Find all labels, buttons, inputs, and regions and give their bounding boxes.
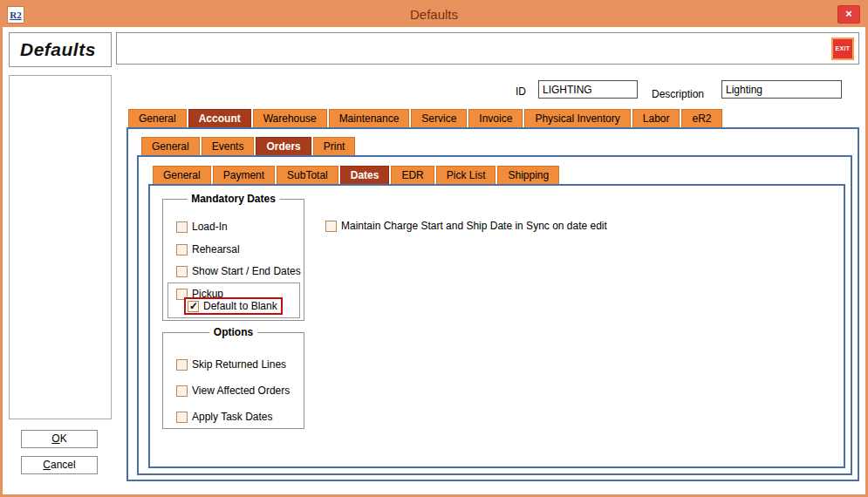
tab-warehouse[interactable]: Warehouse bbox=[253, 109, 327, 127]
tab-payment[interactable]: Payment bbox=[213, 166, 275, 184]
tabs-level1: General Account Warehouse Maintenance Se… bbox=[128, 109, 722, 127]
apply-task-checkbox[interactable] bbox=[176, 412, 188, 423]
id-label: ID bbox=[516, 83, 526, 101]
tab-general[interactable]: General bbox=[128, 109, 187, 127]
checkbox-row-show-start-end[interactable]: Show Start / End Dates bbox=[176, 265, 301, 277]
sidebar-list-panel bbox=[9, 75, 112, 419]
tab-events[interactable]: Events bbox=[202, 137, 255, 155]
view-affected-checkbox[interactable] bbox=[176, 385, 188, 397]
checkbox-row-view-affected[interactable]: View Affected Orders bbox=[176, 385, 290, 397]
tab-subtotal[interactable]: SubTotal bbox=[277, 166, 338, 184]
header-toolbar: EXIT bbox=[116, 32, 859, 65]
options-legend: Options bbox=[209, 326, 257, 338]
id-input[interactable] bbox=[538, 80, 638, 99]
defaults-window: R2 Defaults × Defaults OK Cancel EXIT ID… bbox=[0, 0, 868, 497]
tabs-level3: General Payment SubTotal Dates EDR Pick … bbox=[153, 166, 559, 184]
tab-service[interactable]: Service bbox=[411, 109, 467, 127]
sync-label[interactable]: Maintain Charge Start and Ship Date in S… bbox=[341, 220, 607, 232]
tab-orders-general[interactable]: General bbox=[153, 166, 211, 184]
tabs-level2: General Events Orders Print bbox=[141, 137, 355, 155]
tab-orders[interactable]: Orders bbox=[256, 137, 311, 155]
mandatory-dates-groupbox: Mandatory Dates Load-In Rehearsal Show S… bbox=[162, 199, 304, 321]
show-start-end-label[interactable]: Show Start / End Dates bbox=[192, 265, 301, 277]
rehearsal-label[interactable]: Rehearsal bbox=[192, 243, 240, 255]
default-to-blank-highlight: Default to Blank bbox=[184, 297, 283, 315]
sync-checkbox[interactable] bbox=[325, 221, 337, 232]
rehearsal-checkbox[interactable] bbox=[176, 244, 188, 255]
window-title: Defaults bbox=[3, 3, 865, 27]
tab-er2[interactable]: eR2 bbox=[681, 109, 721, 127]
ok-button[interactable]: OK bbox=[21, 430, 98, 448]
titlebar: R2 Defaults × bbox=[3, 3, 865, 27]
skip-returned-label[interactable]: Skip Returned Lines bbox=[192, 358, 286, 371]
checkbox-row-skip-returned[interactable]: Skip Returned Lines bbox=[176, 358, 286, 371]
view-affected-label[interactable]: View Affected Orders bbox=[192, 385, 290, 397]
tab-shipping[interactable]: Shipping bbox=[497, 166, 559, 184]
tab-dates[interactable]: Dates bbox=[340, 166, 390, 184]
cancel-button[interactable]: Cancel bbox=[21, 456, 98, 474]
tab-labor[interactable]: Labor bbox=[632, 109, 680, 127]
tab-invoice[interactable]: Invoice bbox=[468, 109, 523, 127]
default-to-blank-label[interactable]: Default to Blank bbox=[203, 300, 277, 312]
close-button[interactable]: × bbox=[837, 5, 860, 24]
tab-account[interactable]: Account bbox=[188, 109, 251, 127]
options-groupbox: Options Skip Returned Lines View Affecte… bbox=[162, 332, 304, 429]
apply-task-label[interactable]: Apply Task Dates bbox=[192, 411, 273, 423]
tab-edr[interactable]: EDR bbox=[391, 166, 434, 184]
description-label: Description bbox=[652, 85, 704, 104]
page-title: Defaults bbox=[10, 33, 111, 60]
checkbox-row-sync[interactable]: Maintain Charge Start and Ship Date in S… bbox=[325, 220, 607, 232]
skip-returned-checkbox[interactable] bbox=[176, 359, 188, 371]
tab-print[interactable]: Print bbox=[313, 137, 356, 155]
sidebar-title-box: Defaults bbox=[9, 32, 112, 67]
checkbox-row-rehearsal[interactable]: Rehearsal bbox=[176, 243, 240, 255]
tab-account-general[interactable]: General bbox=[141, 137, 200, 155]
checkbox-row-load-in[interactable]: Load-In bbox=[176, 221, 228, 233]
show-start-end-checkbox[interactable] bbox=[176, 266, 188, 277]
mandatory-dates-legend: Mandatory Dates bbox=[187, 193, 280, 205]
tab-pick-list[interactable]: Pick List bbox=[436, 166, 496, 184]
description-input[interactable] bbox=[721, 80, 842, 99]
ok-button-label: OK bbox=[22, 431, 97, 447]
exit-button[interactable]: EXIT bbox=[831, 37, 854, 60]
load-in-label[interactable]: Load-In bbox=[192, 221, 228, 233]
tab-physical-inventory[interactable]: Physical Inventory bbox=[524, 109, 630, 127]
checkbox-row-apply-task[interactable]: Apply Task Dates bbox=[176, 411, 273, 423]
cancel-button-label: Cancel bbox=[22, 457, 97, 473]
default-to-blank-checkbox[interactable] bbox=[188, 301, 199, 312]
load-in-checkbox[interactable] bbox=[176, 221, 188, 233]
tab-maintenance[interactable]: Maintenance bbox=[329, 109, 410, 127]
